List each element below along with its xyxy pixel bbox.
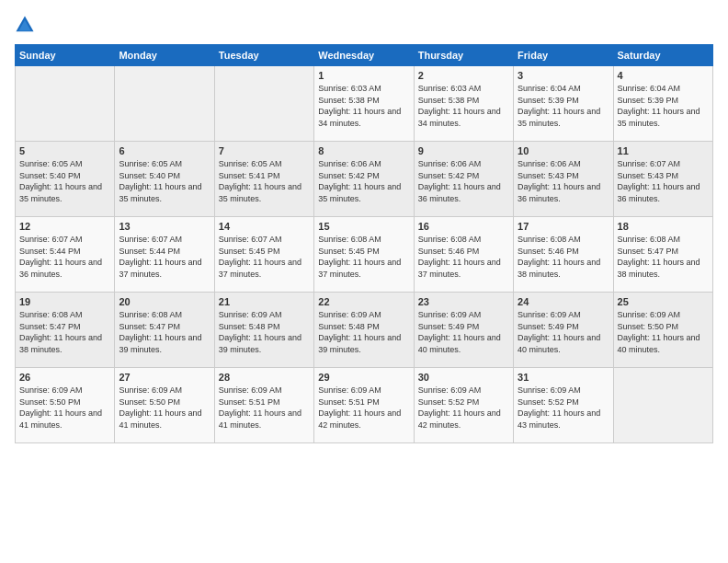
calendar-cell: 27Sunrise: 6:09 AMSunset: 5:50 PMDayligh…	[115, 368, 214, 443]
day-number: 9	[418, 145, 509, 156]
day-number: 19	[19, 296, 110, 307]
calendar-cell: 6Sunrise: 6:05 AMSunset: 5:40 PMDaylight…	[115, 142, 214, 217]
weekday-header-tuesday: Tuesday	[214, 45, 313, 66]
day-info: Sunrise: 6:05 AMSunset: 5:40 PMDaylight:…	[119, 158, 210, 204]
day-info: Sunrise: 6:06 AMSunset: 5:42 PMDaylight:…	[318, 158, 409, 204]
calendar-cell: 9Sunrise: 6:06 AMSunset: 5:42 PMDaylight…	[414, 142, 513, 217]
day-info: Sunrise: 6:09 AMSunset: 5:51 PMDaylight:…	[219, 385, 310, 431]
calendar-cell: 20Sunrise: 6:08 AMSunset: 5:47 PMDayligh…	[115, 293, 214, 368]
day-info: Sunrise: 6:09 AMSunset: 5:52 PMDaylight:…	[418, 385, 509, 431]
weekday-row: SundayMondayTuesdayWednesdayThursdayFrid…	[16, 45, 713, 66]
day-info: Sunrise: 6:06 AMSunset: 5:42 PMDaylight:…	[418, 158, 509, 204]
day-info: Sunrise: 6:09 AMSunset: 5:50 PMDaylight:…	[618, 309, 709, 355]
calendar-week-3: 12Sunrise: 6:07 AMSunset: 5:44 PMDayligh…	[16, 217, 713, 293]
day-number: 1	[318, 70, 409, 81]
page-header	[15, 15, 713, 35]
day-number: 11	[618, 145, 709, 156]
calendar-cell: 25Sunrise: 6:09 AMSunset: 5:50 PMDayligh…	[613, 293, 712, 368]
day-info: Sunrise: 6:05 AMSunset: 5:41 PMDaylight:…	[219, 158, 310, 204]
day-number: 21	[219, 296, 310, 307]
day-number: 17	[518, 221, 609, 232]
day-info: Sunrise: 6:03 AMSunset: 5:38 PMDaylight:…	[418, 83, 509, 129]
day-number: 28	[219, 372, 310, 383]
weekday-header-wednesday: Wednesday	[314, 45, 414, 66]
day-number: 26	[19, 372, 110, 383]
calendar-week-2: 5Sunrise: 6:05 AMSunset: 5:40 PMDaylight…	[16, 142, 713, 217]
calendar-body: 1Sunrise: 6:03 AMSunset: 5:38 PMDaylight…	[16, 66, 713, 443]
calendar-cell: 30Sunrise: 6:09 AMSunset: 5:52 PMDayligh…	[414, 368, 513, 443]
day-info: Sunrise: 6:09 AMSunset: 5:48 PMDaylight:…	[318, 309, 409, 355]
day-number: 22	[318, 296, 409, 307]
calendar-cell: 13Sunrise: 6:07 AMSunset: 5:44 PMDayligh…	[115, 217, 214, 293]
calendar-cell: 19Sunrise: 6:08 AMSunset: 5:47 PMDayligh…	[16, 293, 115, 368]
calendar-cell: 11Sunrise: 6:07 AMSunset: 5:43 PMDayligh…	[613, 142, 712, 217]
calendar-cell: 1Sunrise: 6:03 AMSunset: 5:38 PMDaylight…	[314, 66, 414, 142]
day-info: Sunrise: 6:04 AMSunset: 5:39 PMDaylight:…	[618, 83, 709, 129]
calendar-cell: 4Sunrise: 6:04 AMSunset: 5:39 PMDaylight…	[613, 66, 712, 142]
day-info: Sunrise: 6:06 AMSunset: 5:43 PMDaylight:…	[518, 158, 609, 204]
day-info: Sunrise: 6:09 AMSunset: 5:50 PMDaylight:…	[19, 385, 110, 431]
calendar-cell: 8Sunrise: 6:06 AMSunset: 5:42 PMDaylight…	[314, 142, 414, 217]
day-number: 5	[19, 145, 110, 156]
calendar-header: SundayMondayTuesdayWednesdayThursdayFrid…	[16, 45, 713, 66]
day-info: Sunrise: 6:09 AMSunset: 5:49 PMDaylight:…	[418, 309, 509, 355]
calendar-cell: 23Sunrise: 6:09 AMSunset: 5:49 PMDayligh…	[414, 293, 513, 368]
calendar-cell: 12Sunrise: 6:07 AMSunset: 5:44 PMDayligh…	[16, 217, 115, 293]
day-number: 24	[518, 296, 609, 307]
day-info: Sunrise: 6:09 AMSunset: 5:49 PMDaylight:…	[518, 309, 609, 355]
day-number: 30	[418, 372, 509, 383]
page-container: SundayMondayTuesdayWednesdayThursdayFrid…	[0, 0, 728, 451]
calendar-cell: 17Sunrise: 6:08 AMSunset: 5:46 PMDayligh…	[514, 217, 613, 293]
day-number: 13	[119, 221, 210, 232]
day-info: Sunrise: 6:09 AMSunset: 5:52 PMDaylight:…	[518, 385, 609, 431]
day-info: Sunrise: 6:07 AMSunset: 5:43 PMDaylight:…	[618, 158, 709, 204]
day-info: Sunrise: 6:04 AMSunset: 5:39 PMDaylight:…	[518, 83, 609, 129]
day-info: Sunrise: 6:07 AMSunset: 5:44 PMDaylight:…	[119, 234, 210, 280]
calendar-cell: 29Sunrise: 6:09 AMSunset: 5:51 PMDayligh…	[314, 368, 414, 443]
day-number: 10	[518, 145, 609, 156]
calendar-cell: 16Sunrise: 6:08 AMSunset: 5:46 PMDayligh…	[414, 217, 513, 293]
day-info: Sunrise: 6:09 AMSunset: 5:51 PMDaylight:…	[318, 385, 409, 431]
calendar-cell: 7Sunrise: 6:05 AMSunset: 5:41 PMDaylight…	[214, 142, 313, 217]
day-info: Sunrise: 6:09 AMSunset: 5:48 PMDaylight:…	[219, 309, 310, 355]
calendar-cell: 10Sunrise: 6:06 AMSunset: 5:43 PMDayligh…	[514, 142, 613, 217]
calendar-cell: 24Sunrise: 6:09 AMSunset: 5:49 PMDayligh…	[514, 293, 613, 368]
calendar-week-5: 26Sunrise: 6:09 AMSunset: 5:50 PMDayligh…	[16, 368, 713, 443]
weekday-header-monday: Monday	[115, 45, 214, 66]
day-number: 15	[318, 221, 409, 232]
day-info: Sunrise: 6:08 AMSunset: 5:47 PMDaylight:…	[119, 309, 210, 355]
day-number: 29	[318, 372, 409, 383]
day-number: 23	[418, 296, 509, 307]
day-number: 12	[19, 221, 110, 232]
calendar-cell: 26Sunrise: 6:09 AMSunset: 5:50 PMDayligh…	[16, 368, 115, 443]
calendar-cell: 18Sunrise: 6:08 AMSunset: 5:47 PMDayligh…	[613, 217, 712, 293]
calendar-cell	[613, 368, 712, 443]
logo	[15, 15, 39, 35]
day-info: Sunrise: 6:08 AMSunset: 5:47 PMDaylight:…	[618, 234, 709, 280]
day-number: 7	[219, 145, 310, 156]
day-info: Sunrise: 6:03 AMSunset: 5:38 PMDaylight:…	[318, 83, 409, 129]
logo-icon	[15, 15, 35, 35]
day-number: 8	[318, 145, 409, 156]
day-number: 2	[418, 70, 509, 81]
day-info: Sunrise: 6:05 AMSunset: 5:40 PMDaylight:…	[19, 158, 110, 204]
day-number: 16	[418, 221, 509, 232]
calendar-cell: 5Sunrise: 6:05 AMSunset: 5:40 PMDaylight…	[16, 142, 115, 217]
calendar-week-1: 1Sunrise: 6:03 AMSunset: 5:38 PMDaylight…	[16, 66, 713, 142]
day-number: 25	[618, 296, 709, 307]
calendar-cell: 28Sunrise: 6:09 AMSunset: 5:51 PMDayligh…	[214, 368, 313, 443]
calendar-cell: 31Sunrise: 6:09 AMSunset: 5:52 PMDayligh…	[514, 368, 613, 443]
day-number: 4	[618, 70, 709, 81]
day-info: Sunrise: 6:08 AMSunset: 5:46 PMDaylight:…	[418, 234, 509, 280]
calendar-cell: 3Sunrise: 6:04 AMSunset: 5:39 PMDaylight…	[514, 66, 613, 142]
calendar-cell: 2Sunrise: 6:03 AMSunset: 5:38 PMDaylight…	[414, 66, 513, 142]
day-number: 3	[518, 70, 609, 81]
calendar-cell	[115, 66, 214, 142]
calendar-cell: 15Sunrise: 6:08 AMSunset: 5:45 PMDayligh…	[314, 217, 414, 293]
day-number: 31	[518, 372, 609, 383]
calendar-cell: 21Sunrise: 6:09 AMSunset: 5:48 PMDayligh…	[214, 293, 313, 368]
day-number: 6	[119, 145, 210, 156]
weekday-header-saturday: Saturday	[613, 45, 712, 66]
calendar-table: SundayMondayTuesdayWednesdayThursdayFrid…	[15, 44, 713, 443]
day-info: Sunrise: 6:08 AMSunset: 5:46 PMDaylight:…	[518, 234, 609, 280]
